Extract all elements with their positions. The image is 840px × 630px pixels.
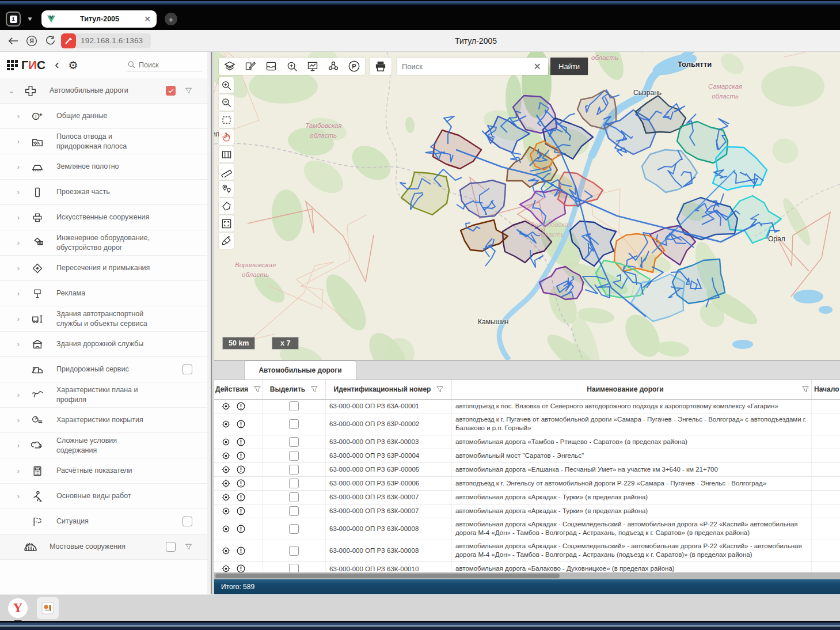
row-select-checkbox[interactable] (289, 524, 299, 534)
sidebar-scrollbar[interactable] (207, 52, 214, 594)
draw-edit-icon[interactable] (242, 59, 259, 74)
layer-item-4[interactable]: ›Земляное полотно (0, 154, 207, 180)
zoom-to-object-icon[interactable] (221, 451, 231, 461)
tab-counter-button[interactable]: 1 (6, 12, 21, 26)
layer-item-8[interactable]: ›Пересечения и примыкания (0, 256, 207, 281)
layer-item-9[interactable]: ›Реклама (0, 281, 207, 306)
table-row[interactable]: 63-000-000 ОП РЗ 63К-00008 автомобильная… (214, 540, 840, 562)
zoom-in-icon[interactable] (219, 77, 234, 93)
table-row[interactable]: 63-000-000 ОП РЗ 63Р-00006 автоподъезд к… (214, 477, 840, 491)
sidebar-search-input[interactable] (139, 61, 196, 69)
map-search-input[interactable] (402, 62, 531, 71)
cluster-icon[interactable] (325, 59, 342, 74)
chart-board-icon[interactable] (304, 59, 321, 74)
layer-item-13[interactable]: ›Характеристики плана и профиля (0, 382, 207, 408)
filter-icon[interactable] (254, 386, 261, 393)
layer-item-1[interactable]: ⌄Автомобильные дороги (0, 78, 207, 104)
layer-filter-icon[interactable] (185, 543, 192, 551)
col-actions[interactable]: Действия (214, 380, 263, 399)
layer-item-17[interactable]: ›Основные виды работ (0, 484, 207, 509)
expander-right-icon[interactable]: › (12, 213, 25, 222)
object-info-icon[interactable] (236, 465, 246, 475)
layer-item-19[interactable]: Мостовые сооружения (0, 534, 207, 560)
expander-right-icon[interactable]: › (12, 162, 25, 171)
polygon-select-icon[interactable] (219, 198, 234, 214)
expander-right-icon[interactable]: › (12, 264, 25, 272)
clear-brush-icon[interactable] (219, 233, 234, 249)
row-select-checkbox[interactable] (289, 492, 299, 502)
browser-tab[interactable]: Титул-2005 ✕ (41, 10, 157, 28)
layer-visibility-checkbox[interactable] (183, 365, 192, 374)
layer-item-14[interactable]: ›Характеристики покрытия (0, 408, 207, 433)
layer-item-10[interactable]: ›Здания автотранспортной службы и объект… (0, 306, 207, 332)
select-rectangle-icon[interactable] (219, 112, 234, 128)
col-start[interactable]: Начало (812, 380, 840, 399)
clear-search-icon[interactable]: ✕ (531, 61, 543, 72)
object-info-icon[interactable] (236, 419, 246, 429)
expander-right-icon[interactable]: › (12, 289, 25, 298)
pan-hand-icon[interactable] (219, 129, 234, 145)
zoom-to-object-icon[interactable] (221, 492, 231, 502)
collapse-sidebar-icon[interactable]: ‹ (55, 59, 59, 71)
ruler-icon[interactable] (219, 164, 234, 180)
table-row[interactable]: 63-000-000 ОП РЗ 63Р-00004 автомобильный… (214, 449, 840, 463)
search-area-icon[interactable] (283, 59, 301, 74)
row-select-checkbox[interactable] (289, 465, 299, 475)
object-info-icon[interactable] (236, 401, 246, 411)
zoom-to-object-icon[interactable] (221, 479, 231, 488)
markers-icon[interactable] (219, 181, 234, 197)
filter-icon[interactable] (802, 386, 809, 393)
expander-right-icon[interactable]: › (12, 416, 25, 424)
table-row[interactable]: 63-000-000 ОП РЗ 63Р-00002 автоподъезд к… (214, 413, 840, 435)
layer-item-16[interactable]: ›Расчётные показатели (0, 458, 207, 484)
row-select-checkbox[interactable] (289, 419, 299, 429)
zoom-to-object-icon[interactable] (221, 465, 231, 475)
expander-right-icon[interactable]: › (12, 238, 25, 247)
zoom-to-object-icon[interactable] (221, 524, 231, 534)
col-id[interactable]: Идентификационный номер (326, 380, 452, 399)
filter-icon[interactable] (436, 386, 443, 393)
layer-item-7[interactable]: ›Инженерное оборудование, обустройство д… (0, 230, 207, 256)
col-select[interactable]: Выделить (263, 380, 326, 399)
layer-visibility-checkbox[interactable] (166, 542, 176, 552)
tab-close-icon[interactable]: ✕ (144, 14, 151, 24)
fullscreen-icon[interactable] (219, 215, 234, 231)
object-info-icon[interactable] (236, 492, 246, 502)
parking-icon[interactable]: P (345, 59, 363, 74)
zoom-out-icon[interactable] (219, 94, 234, 111)
expander-right-icon[interactable]: › (12, 390, 25, 399)
expander-right-icon[interactable]: › (12, 340, 25, 348)
layer-item-12[interactable]: Придорожный сервис (0, 357, 207, 382)
row-select-checkbox[interactable] (289, 546, 299, 556)
find-button[interactable]: Найти (550, 58, 588, 75)
layer-item-18[interactable]: Ситуация (0, 509, 207, 534)
zoom-to-object-icon[interactable] (221, 546, 231, 556)
layer-item-6[interactable]: ›Искусственные сооружения (0, 205, 207, 230)
object-info-icon[interactable] (236, 524, 246, 534)
table-row[interactable]: 63-000-000 ОП РЗ 63А-00001 автоподъезд к… (214, 400, 840, 413)
table-row[interactable]: 63-000-000 ОП РЗ 63К-00010 автомобильная… (214, 562, 840, 572)
table-row[interactable]: 63-000-000 ОП РЗ 63Р-00005 автомобильная… (214, 463, 840, 477)
layer-item-5[interactable]: ›Проезжая часть (0, 180, 207, 205)
zoom-to-object-icon[interactable] (221, 401, 231, 411)
expander-down-icon[interactable]: ⌄ (5, 86, 18, 95)
object-info-icon[interactable] (236, 479, 246, 488)
row-select-checkbox[interactable] (289, 506, 299, 516)
layer-item-3[interactable]: ›Полоса отвода и придорожная полоса (0, 129, 207, 154)
chart-app-icon[interactable] (37, 597, 59, 619)
row-select-checkbox[interactable] (289, 451, 299, 461)
reload-icon[interactable] (43, 33, 58, 48)
table-row[interactable]: 63-000-000 ОП РЗ 63К-00008 автомобильная… (214, 518, 840, 540)
layer-item-11[interactable]: ›Здания дорожной службы (0, 332, 207, 357)
protect-icon[interactable] (61, 33, 76, 48)
new-tab-button[interactable]: + (165, 13, 177, 25)
expander-right-icon[interactable]: › (12, 314, 25, 323)
layer-visibility-checkbox[interactable] (183, 517, 192, 526)
expander-right-icon[interactable]: › (12, 112, 25, 120)
expander-right-icon[interactable]: › (12, 492, 25, 500)
object-info-icon[interactable] (236, 437, 246, 447)
horizontal-scrollbar[interactable] (214, 572, 840, 579)
swipe-icon[interactable] (219, 146, 234, 162)
layer-item-2[interactable]: ›iОбщие данные (0, 104, 207, 129)
expander-right-icon[interactable]: › (12, 137, 25, 146)
